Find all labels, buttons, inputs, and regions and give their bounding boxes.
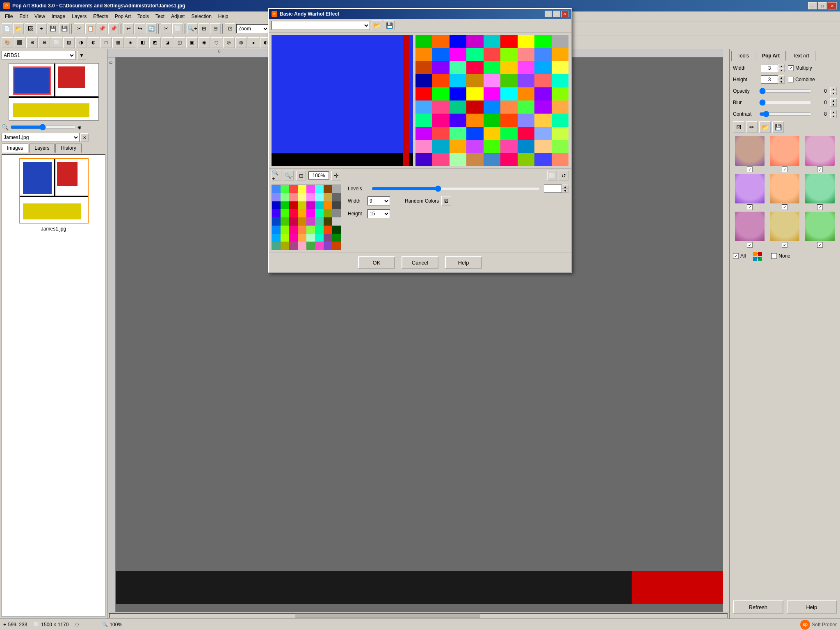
color-grid-cell [415,48,432,61]
color-grid-cell [534,127,551,140]
color-grid-cell [415,74,432,87]
dialog-preset-select[interactable] [272,21,370,30]
dialog-restore-button[interactable]: □ [553,11,560,17]
levels-up-button[interactable]: ▲ [562,185,568,189]
color-grid-cell [518,114,534,127]
color-grid-cell [534,87,551,100]
palette-cell [306,234,315,242]
zoom-fit-dialog-button[interactable]: ⊡ [296,171,306,180]
color-grid-cell [484,87,500,100]
palette-cell [272,193,281,201]
color-grid-cell [552,48,568,61]
palette-cell [272,217,281,226]
palette-cell [306,217,315,226]
color-grid-cell [450,127,466,140]
palette-cell [332,185,341,193]
random-colors-label: Random Colors [405,198,439,204]
palette-cell [298,217,306,226]
color-grid-cell [432,48,449,61]
color-grid-cell [518,61,534,74]
color-grid-cell [484,114,500,127]
color-grid-cell [518,127,534,140]
dialog: P Basic Andy Warhol Effect ─ □ ✕ 📂 💾 [268,8,572,273]
color-grid-cell [500,61,517,74]
palette-cell [332,209,341,217]
dialog-height-select[interactable]: 15 5 10 20 [368,209,390,218]
palette-cell [289,242,298,250]
color-grid-cell [518,153,534,166]
color-grid-cell [534,140,551,153]
palette-cell [315,234,324,242]
zoom-in-dialog-button[interactable]: 🔍+ [272,171,281,180]
palette-cell [281,226,289,234]
random-colors-button[interactable]: ⚄ [441,196,451,206]
dialog-toolbar: 📂 💾 [269,19,571,32]
dialog-ok-button[interactable]: OK [358,256,395,269]
palette-cell [332,217,341,226]
palette-cell [306,226,315,234]
palette-cell [272,242,281,250]
color-grid-cell [432,153,449,166]
palette-cell [324,242,332,250]
dialog-save-button[interactable]: 💾 [384,21,395,30]
palette-cell [272,234,281,242]
color-grid-cell [484,140,500,153]
dialog-width-select[interactable]: 9 3 6 12 [368,196,390,205]
color-grid-cell [484,100,500,114]
dialog-minimize-button[interactable]: ─ [545,11,552,17]
palette-cell [306,185,315,193]
color-grid-cell [432,35,449,48]
color-grid-cell [552,87,568,100]
levels-down-button[interactable]: ▼ [562,189,568,193]
palette-cell [289,217,298,226]
palette-cell [315,209,324,217]
zoom-out-dialog-button[interactable]: 🔍- [284,171,294,180]
dialog-action-row: OK Cancel Help [269,253,571,272]
dialog-help-button[interactable]: Help [445,256,482,269]
color-grid-cell [500,114,517,127]
color-grid-cell [484,153,500,166]
color-grid-cell [466,114,483,127]
color-grid-cell [450,100,466,114]
view-single-button[interactable]: ⬜ [547,171,557,180]
dialog-cancel-button[interactable]: Cancel [402,256,438,269]
palette-cell [281,217,289,226]
color-grid-cell [432,114,449,127]
color-grid-cell [518,74,534,87]
palette-cell [298,242,306,250]
levels-panel: Levels 39 ▲ ▼ Width [348,185,568,218]
red-stripe [403,35,409,166]
palette-cell [289,234,298,242]
dialog-close-button[interactable]: ✕ [561,11,568,17]
color-grid-cell [534,48,551,61]
palette-cell [324,185,332,193]
palette-cell [315,185,324,193]
color-grid-cell [552,74,568,87]
color-grid-cell [466,74,483,87]
color-grid-cell [450,153,466,166]
color-grid-cell [432,61,449,74]
color-grid-cell [450,35,466,48]
palette-cell [315,201,324,210]
palette-cell [289,226,298,234]
color-grid-cell [534,74,551,87]
black-rect [272,153,413,166]
color-grid-cell [500,35,517,48]
cursor-tool-button[interactable]: ✛ [331,171,341,180]
color-grid-cell [484,48,500,61]
color-grid-cell [432,74,449,87]
color-grid-cell [500,153,517,166]
color-grid-cell [450,140,466,153]
levels-slider[interactable] [372,185,541,192]
levels-input[interactable]: 39 [544,185,562,193]
palette-cell [324,234,332,242]
color-grid-cell [552,127,568,140]
levels-label: Levels [348,186,368,192]
color-grid-cell [450,114,466,127]
color-grid-cell [432,100,449,114]
color-grid-cell [450,61,466,74]
color-grid-cell [552,61,568,74]
view-reset-button[interactable]: ↺ [559,171,568,180]
dialog-folder-button[interactable]: 📂 [372,21,382,30]
color-grid-cell [534,61,551,74]
